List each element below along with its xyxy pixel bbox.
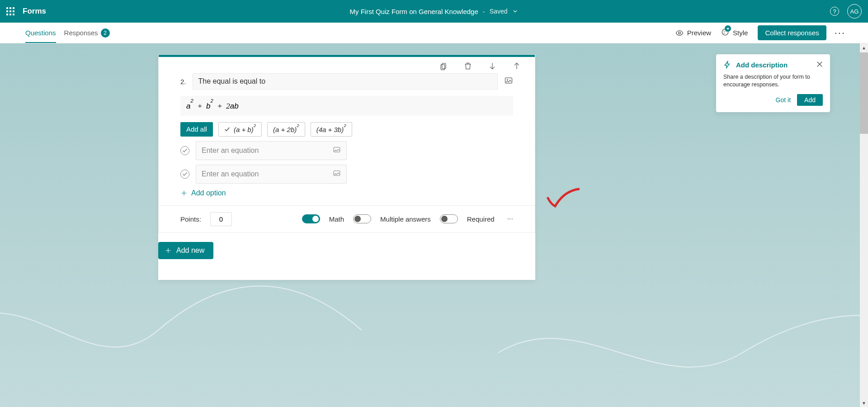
side-panel-actions: Got it Add bbox=[723, 94, 823, 106]
form-title: My First Quiz Form on General Knowledge bbox=[350, 8, 478, 15]
copy-icon[interactable] bbox=[439, 62, 448, 71]
suggestion-chip-3[interactable]: (4a + 3b)2 bbox=[311, 122, 352, 137]
svg-point-4 bbox=[724, 33, 725, 33]
side-panel-title: Add description bbox=[736, 61, 788, 69]
question-actions bbox=[159, 57, 535, 71]
form-card: 2. The equal is equal to a2 + b2 + 2ab A… bbox=[158, 54, 535, 280]
add-all-button[interactable]: Add all bbox=[180, 122, 213, 137]
workspace: 2. The equal is equal to a2 + b2 + 2ab A… bbox=[0, 43, 860, 407]
svg-rect-5 bbox=[442, 63, 446, 69]
option-input-1[interactable]: Enter an equation bbox=[196, 141, 347, 160]
insert-media-icon[interactable] bbox=[333, 169, 341, 179]
plus-icon bbox=[180, 189, 188, 197]
correct-answer-toggle[interactable] bbox=[180, 146, 189, 155]
app-launcher-icon[interactable] bbox=[6, 7, 14, 15]
suggestion-chip-1[interactable]: (a + b)2 bbox=[218, 122, 262, 137]
preview-button[interactable]: Preview bbox=[675, 29, 711, 37]
question-text-input[interactable]: The equal is equal to bbox=[193, 73, 498, 90]
toolbar: Questions Responses 2 Preview ✦ Style Co… bbox=[0, 23, 868, 43]
suggestion-chip-2[interactable]: (a + 2b)2 bbox=[267, 122, 305, 137]
form-title-area[interactable]: My First Quiz Form on General Knowledge … bbox=[350, 8, 519, 15]
side-panel-add-button[interactable]: Add bbox=[797, 94, 823, 106]
dash: - bbox=[483, 8, 485, 15]
toolbar-right: Preview ✦ Style Collect responses ··· bbox=[675, 25, 845, 40]
style-button[interactable]: ✦ Style bbox=[721, 28, 748, 38]
question-number: 2. bbox=[180, 78, 186, 85]
close-icon[interactable] bbox=[816, 61, 823, 69]
question-card: 2. The equal is equal to a2 + b2 + 2ab A… bbox=[158, 54, 535, 233]
required-label: Required bbox=[467, 215, 495, 223]
more-icon[interactable]: ··· bbox=[835, 27, 845, 39]
equation-display[interactable]: a2 + b2 + 2ab bbox=[180, 96, 513, 116]
header-right: ? AG bbox=[830, 4, 862, 19]
scrollbar[interactable]: ▲ ▼ bbox=[860, 43, 868, 407]
math-toggle[interactable] bbox=[302, 214, 320, 223]
scroll-down-icon[interactable]: ▼ bbox=[860, 399, 868, 407]
help-icon[interactable]: ? bbox=[830, 7, 839, 16]
option-row-1: Enter an equation bbox=[180, 141, 513, 160]
correct-answer-toggle[interactable] bbox=[180, 170, 189, 179]
save-status: Saved bbox=[490, 8, 508, 15]
option-input-2[interactable]: Enter an equation bbox=[196, 165, 347, 184]
suggestion-row: Add all (a + b)2 (a + 2b)2 (4a + 3b)2 bbox=[180, 122, 513, 137]
math-label: Math bbox=[329, 215, 344, 223]
lightning-icon bbox=[723, 61, 731, 69]
side-panel: Add description Share a description of y… bbox=[716, 54, 830, 112]
tabs: Questions Responses 2 bbox=[25, 23, 110, 43]
option-row-2: Enter an equation bbox=[180, 165, 513, 184]
scroll-up-icon[interactable]: ▲ bbox=[860, 43, 868, 52]
insert-media-icon[interactable] bbox=[504, 76, 513, 87]
points-label: Points: bbox=[180, 215, 201, 223]
question-more-icon[interactable]: ··· bbox=[507, 215, 513, 223]
multiple-answers-toggle[interactable] bbox=[353, 214, 371, 223]
svg-point-8 bbox=[507, 79, 508, 80]
check-icon bbox=[224, 127, 230, 132]
trash-icon[interactable] bbox=[463, 62, 472, 71]
tab-responses[interactable]: Responses 2 bbox=[64, 23, 110, 43]
arrow-down-icon[interactable] bbox=[488, 62, 497, 71]
annotation-checkmark bbox=[545, 186, 581, 209]
wave-decoration bbox=[498, 235, 860, 407]
required-toggle[interactable] bbox=[440, 214, 458, 223]
got-it-button[interactable]: Got it bbox=[776, 96, 791, 104]
plus-icon bbox=[165, 247, 172, 254]
avatar[interactable]: AG bbox=[847, 4, 862, 19]
collect-responses-button[interactable]: Collect responses bbox=[758, 25, 826, 40]
svg-point-2 bbox=[724, 31, 725, 32]
app-header: Forms My First Quiz Form on General Know… bbox=[0, 0, 868, 23]
insert-media-icon[interactable] bbox=[333, 146, 341, 156]
tab-questions[interactable]: Questions bbox=[25, 23, 56, 43]
svg-point-0 bbox=[678, 32, 680, 34]
side-panel-description: Share a description of your form to enco… bbox=[723, 73, 823, 89]
scroll-thumb[interactable] bbox=[860, 52, 868, 134]
svg-rect-6 bbox=[441, 65, 444, 70]
style-badge-icon: ✦ bbox=[725, 25, 731, 32]
add-new-button[interactable]: Add new bbox=[158, 242, 213, 259]
add-option-button[interactable]: Add option bbox=[180, 189, 513, 197]
question-footer: Points: Math Multiple answers Required ·… bbox=[159, 205, 535, 232]
side-panel-header: Add description bbox=[723, 61, 823, 69]
app-name: Forms bbox=[23, 7, 46, 16]
arrow-up-icon[interactable] bbox=[512, 62, 521, 71]
chevron-down-icon[interactable] bbox=[512, 8, 518, 14]
eye-icon bbox=[675, 29, 684, 37]
multiple-answers-label: Multiple answers bbox=[380, 215, 431, 223]
points-input[interactable] bbox=[210, 212, 232, 226]
responses-count-badge: 2 bbox=[101, 28, 110, 38]
